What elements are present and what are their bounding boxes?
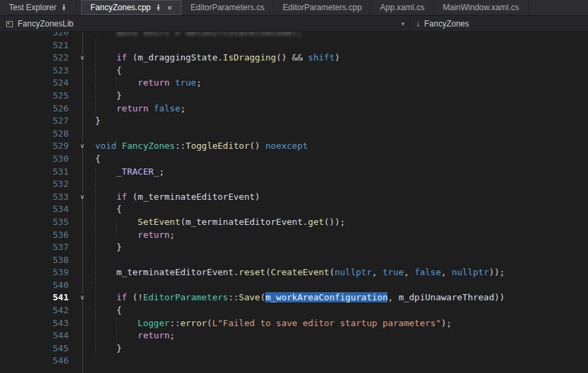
fold-chevron-icon[interactable]: ∨ <box>79 54 86 61</box>
code-line[interactable]: 535SetEvent(m_terminateEditorEvent.get()… <box>0 216 588 229</box>
code-line[interactable]: 528 <box>0 128 588 141</box>
code-text[interactable]: SetEvent(m_terminateEditorEvent.get()); <box>95 216 345 229</box>
code-line[interactable]: 532 <box>0 178 588 191</box>
tab-app-xaml-cs[interactable]: App.xaml.cs <box>371 0 434 15</box>
code-line[interactable]: 521 <box>0 39 588 52</box>
line-number[interactable]: 528 <box>0 128 75 141</box>
line-number[interactable]: 543 <box>0 317 75 330</box>
code-line[interactable]: 534{ <box>0 203 588 216</box>
code-text[interactable]: Logger::error(L"Failed to save editor st… <box>95 317 451 330</box>
line-number[interactable]: 523 <box>0 65 75 77</box>
close-icon[interactable]: × <box>166 3 173 12</box>
fold-chevron-icon[interactable]: ∨ <box>79 294 86 301</box>
fold-margin[interactable]: ∨ <box>75 291 95 304</box>
code-text[interactable]: { <box>95 304 122 317</box>
line-number[interactable]: 521 <box>0 39 75 52</box>
line-number[interactable]: 525 <box>0 90 75 103</box>
tab-test-explorer[interactable]: Test Explorer <box>0 0 77 15</box>
code-text[interactable]: _TRACER_; <box>95 166 165 179</box>
code-line[interactable]: 538 <box>0 254 588 267</box>
code-line[interactable]: 537} <box>0 241 588 254</box>
code-line[interactable]: 541∨if (!EditorParameters::Save(m_workAr… <box>0 291 588 304</box>
code-text[interactable]: { <box>95 153 101 166</box>
fold-chevron-icon[interactable]: ∨ <box>79 142 86 149</box>
code-text[interactable]: void FancyZones::ToggleEditor() noexcept <box>95 140 308 153</box>
tab-editorparameters-cpp[interactable]: EditorParameters.cpp <box>274 0 371 15</box>
code-line[interactable]: 540 <box>0 279 588 292</box>
line-number[interactable]: 527 <box>0 115 75 128</box>
line-number[interactable]: 541 <box>0 291 75 304</box>
line-number[interactable]: 536 <box>0 229 75 242</box>
code-text[interactable] <box>95 39 116 52</box>
line-number[interactable]: 526 <box>0 103 75 116</box>
tab-fancyzones-cpp[interactable]: FancyZones.cpp × <box>81 0 181 15</box>
code-line[interactable]: 530{ <box>0 153 588 166</box>
scope-dropdown[interactable]: ↓ FancyZones <box>411 16 474 31</box>
line-number[interactable]: 534 <box>0 203 75 216</box>
code-line[interactable]: 544return; <box>0 330 588 342</box>
code-text[interactable]: if (m_draggingState.IsDragging() && shif… <box>95 52 340 65</box>
tab-mainwindow-xaml-cs[interactable]: MainWindow.xaml.cs <box>434 0 528 15</box>
line-number[interactable]: 540 <box>0 279 75 292</box>
line-number[interactable]: 532 <box>0 178 75 191</box>
code-line[interactable]: 523{ <box>0 65 588 77</box>
code-line[interactable]: 543Logger::error(L"Failed to save editor… <box>0 317 588 330</box>
code-line[interactable]: 533∨if (m_terminateEditorEvent) <box>0 191 588 204</box>
code-text[interactable]: if (!EditorParameters::Save(m_workAreaCo… <box>95 291 505 304</box>
code-text[interactable]: return; <box>95 229 175 242</box>
code-line[interactable]: 526return false; <box>0 103 588 116</box>
fold-chevron-icon[interactable]: ∨ <box>79 193 86 200</box>
line-number[interactable]: 531 <box>0 166 75 179</box>
line-number[interactable]: 533 <box>0 191 75 204</box>
fold-margin <box>75 317 95 330</box>
code-line[interactable]: 525} <box>0 90 588 103</box>
code-line[interactable]: 536return; <box>0 229 588 242</box>
code-text[interactable]: auto shift = GetShiftState(vkCode); <box>95 32 302 39</box>
fold-margin[interactable]: ∨ <box>75 140 95 153</box>
pin-icon[interactable] <box>155 4 162 12</box>
line-number[interactable]: 542 <box>0 304 75 317</box>
code-line[interactable]: 546 <box>0 355 588 368</box>
project-dropdown[interactable]: FancyZonesLib ▾ <box>0 16 411 31</box>
code-text[interactable]: } <box>95 90 122 103</box>
code-line[interactable]: 522∨if (m_draggingState.IsDragging() && … <box>0 52 588 65</box>
pin-icon[interactable] <box>60 4 67 12</box>
code-text[interactable]: { <box>95 65 122 77</box>
line-number[interactable]: 524 <box>0 77 75 90</box>
code-text[interactable]: return; <box>95 330 175 342</box>
line-number[interactable]: 545 <box>0 342 75 355</box>
line-number[interactable]: 520 <box>0 32 75 39</box>
code-text[interactable]: m_terminateEditorEvent.reset(CreateEvent… <box>95 266 505 279</box>
code-line[interactable]: 539m_terminateEditorEvent.reset(CreateEv… <box>0 266 588 279</box>
line-number[interactable]: 535 <box>0 216 75 229</box>
code-text[interactable]: if (m_terminateEditorEvent) <box>95 191 260 204</box>
line-number[interactable]: 539 <box>0 266 75 279</box>
tab-editorparameters-cs[interactable]: EditorParameters.cs <box>181 0 274 15</box>
code-text[interactable] <box>95 279 116 292</box>
fold-margin[interactable]: ∨ <box>75 52 95 65</box>
line-number[interactable]: 544 <box>0 330 75 342</box>
line-number[interactable]: 537 <box>0 241 75 254</box>
line-number[interactable]: 530 <box>0 153 75 166</box>
code-text[interactable]: return true; <box>95 77 202 90</box>
code-line[interactable]: 527} <box>0 115 588 128</box>
code-text[interactable]: } <box>95 115 101 128</box>
line-number[interactable]: 529 <box>0 140 75 153</box>
code-line[interactable]: 529∨void FancyZones::ToggleEditor() noex… <box>0 140 588 153</box>
line-number[interactable]: 538 <box>0 254 75 267</box>
code-text[interactable] <box>95 178 116 191</box>
line-number[interactable]: 522 <box>0 52 75 65</box>
code-text[interactable]: return false; <box>95 103 186 116</box>
fold-margin[interactable]: ∨ <box>75 191 95 204</box>
code-line[interactable]: 520auto shift = GetShiftState(vkCode); <box>0 32 588 39</box>
code-line[interactable]: 531_TRACER_; <box>0 166 588 179</box>
code-line[interactable]: 524return true; <box>0 77 588 90</box>
code-text[interactable] <box>95 254 116 267</box>
code-text[interactable]: { <box>95 203 122 216</box>
tab-label: FancyZones.cpp <box>90 3 151 12</box>
line-number[interactable]: 546 <box>0 355 75 368</box>
code-line[interactable]: 542{ <box>0 304 588 317</box>
code-line[interactable]: 545} <box>0 342 588 355</box>
code-text[interactable]: } <box>95 241 122 254</box>
code-text[interactable]: } <box>95 342 122 355</box>
